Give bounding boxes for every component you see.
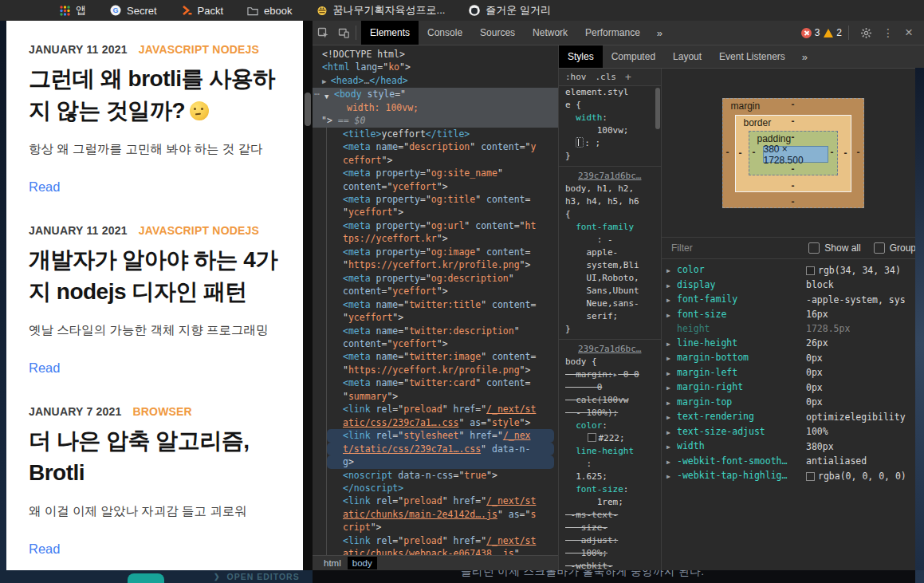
dom-tree-line[interactable]: atic/chunks/webpack-e067438….js" — [327, 547, 558, 555]
style-rule-line[interactable]: h3, h4, h5, h6 — [559, 195, 661, 208]
tab-sources[interactable]: Sources — [471, 21, 524, 45]
dom-tree-line[interactable]: <meta name="twitter:image" content= — [327, 350, 558, 363]
dom-tree-line[interactable]: <link rel="preload" href="/_next/st — [327, 494, 558, 507]
post-title[interactable]: 그런데 왜 brotli를 사용하지 않는 것일까? — [29, 63, 289, 127]
dom-tree-line[interactable]: <meta property="og:title" content= — [327, 193, 558, 206]
expand-arrow-icon[interactable]: ▶ — [666, 263, 677, 278]
dom-tree-line[interactable]: "yceffort"> — [327, 311, 558, 324]
computed-property-row[interactable]: ▶line-height26px — [662, 337, 924, 352]
dom-tree-line[interactable]: "> == $0 — [313, 114, 558, 127]
computed-property-row[interactable]: ▶margin-top0px — [662, 396, 924, 411]
dom-tree-line[interactable]: content="yceffort"> — [327, 337, 558, 350]
computed-filter-input[interactable] — [670, 242, 804, 254]
box-model-value-dash[interactable]: - — [792, 163, 795, 175]
dom-tree-line[interactable]: <meta name="twitter:card" content= — [327, 376, 558, 389]
style-rule-line[interactable]: -webkit- — [559, 560, 661, 570]
expand-arrow-icon[interactable]: ▶ — [666, 410, 677, 425]
box-model-value-dash[interactable]: - — [792, 99, 795, 110]
selected-dom-node[interactable]: ⋯▼<body style="width: 100vw;"> == $0 — [313, 88, 558, 127]
dom-tree-line[interactable]: <meta property="og:url" content="ht — [327, 219, 558, 232]
group-checkbox[interactable] — [874, 242, 885, 254]
dom-tree-line[interactable]: t/static/css/239c7a1….css" data-n- — [327, 443, 554, 455]
computed-property-row[interactable]: ▶margin-left0px — [662, 366, 924, 381]
style-rule-line[interactable]: 100vw; — [559, 124, 661, 137]
style-rule-line[interactable]: : - — [559, 234, 661, 246]
kebab-menu-icon[interactable]: ⋮ — [880, 26, 896, 39]
show-all-label[interactable]: Show all — [824, 242, 860, 254]
inspect-element-icon[interactable] — [313, 22, 333, 43]
style-rule-line[interactable]: apple- — [559, 246, 661, 259]
expand-arrow-icon[interactable]: ▶ — [666, 366, 677, 381]
style-rule-line[interactable]: UI,Roboto, — [559, 272, 661, 285]
dom-tree-line[interactable]: atic/css/239c7a1….css" as="style"> — [327, 416, 558, 429]
box-model-value-dash[interactable]: - — [792, 132, 795, 143]
expand-arrow-icon[interactable]: ▶ — [666, 455, 677, 470]
box-model-value-dash[interactable]: - — [739, 147, 742, 158]
bookmark-item[interactable]: ebook — [247, 5, 292, 17]
style-rule-line[interactable]: font-size: — [559, 483, 661, 496]
stylesheet-source-link[interactable]: 239c7a1d6bc… — [559, 170, 661, 183]
style-rule-line[interactable]: body, h1, h2, — [559, 183, 661, 195]
dom-tree-line[interactable]: <html lang="ko"> — [313, 61, 558, 73]
style-rule-line[interactable]: : ; — [559, 137, 661, 150]
style-rule-line[interactable]: Neue,sans- — [559, 297, 661, 310]
sidebar-tab-computed[interactable]: Computed — [603, 45, 664, 68]
style-rule-line[interactable]: -ms-text- — [559, 509, 661, 522]
show-all-checkbox[interactable] — [808, 242, 820, 254]
style-rule-line[interactable]: margin:▸ 0 0 — [559, 368, 661, 381]
expand-arrow-icon[interactable]: ▶ — [666, 278, 677, 293]
style-rule-line[interactable]: } — [559, 323, 661, 336]
style-rule-line[interactable]: : — [559, 458, 661, 471]
box-model-diagram[interactable]: margin border padding 380 × 1728.500 ---… — [722, 98, 864, 208]
computed-property-row[interactable]: ▶text-size-adjust100% — [662, 425, 924, 440]
box-model-padding[interactable]: padding 380 × 1728.500 ---- — [749, 131, 838, 175]
computed-property-row[interactable]: ▶margin-bottom0px — [662, 351, 924, 366]
breadcrumb-html[interactable]: html — [324, 558, 341, 568]
sidebar-tab-styles[interactable]: Styles — [559, 45, 603, 68]
computed-property-row[interactable]: ▶-webkit-tap-highlig…rgba(0, 0, 0, 0) — [662, 469, 924, 484]
tab-console[interactable]: Console — [419, 21, 471, 45]
bookmark-item[interactable]: 앱 — [59, 3, 86, 18]
new-property-editor[interactable] — [576, 137, 584, 148]
tab-network[interactable]: Network — [524, 21, 576, 45]
color-swatch[interactable] — [588, 433, 596, 442]
dom-tree-line[interactable]: ▶ <head>…</head> — [313, 74, 558, 88]
dom-tree-line[interactable]: "https://yceffort.kr/profile.png"> — [327, 258, 558, 271]
dom-tree-line[interactable]: atic/chunks/main-2e4142d….js" as="s — [327, 508, 558, 521]
dom-tree-line[interactable]: ⋯▼<body style=" — [313, 88, 558, 100]
rules-scrollbar-thumb[interactable] — [655, 88, 660, 129]
computed-property-row[interactable]: ▶font-family-apple-system, sys — [662, 293, 924, 308]
dom-tree-line[interactable]: <meta name="twitter:title" content= — [327, 298, 558, 311]
dom-tree-line[interactable]: <link rel="preload" href="/_next/st — [327, 534, 558, 547]
post-tags[interactable]: BROWSER — [132, 405, 192, 419]
computed-property-row[interactable]: ▶-webkit-font-smooth…antialiased — [662, 455, 924, 470]
tab-elements[interactable]: Elements — [361, 21, 419, 45]
style-rule-line[interactable]: 100%; — [559, 547, 661, 560]
expand-arrow-icon[interactable]: ▶ — [666, 396, 677, 411]
style-rule-line[interactable]: e { — [559, 99, 661, 112]
bookmark-item[interactable]: 즐거운 일거리 — [469, 3, 551, 18]
read-link[interactable]: Read — [29, 178, 289, 195]
style-rule-line[interactable]: calc(100vw — [559, 394, 661, 407]
computed-property-row[interactable]: ▶colorrgb(34, 34, 34) — [662, 263, 924, 278]
post-tags[interactable]: JAVASCRIPT NODEJS — [139, 43, 259, 57]
dom-tree-line[interactable]: <meta property="og:description" — [327, 272, 558, 285]
dom-tree-line[interactable]: </noscript> — [327, 482, 558, 494]
style-rule-line[interactable]: width: — [559, 112, 661, 124]
computed-property-row[interactable]: ▶width380px — [662, 439, 924, 455]
dom-tree-line[interactable]: <noscript data-n-css="true"> — [327, 469, 558, 482]
dom-tree-line[interactable]: tps://yceffort.kr"> — [327, 232, 558, 245]
dom-tree-line[interactable]: <meta name="description" content="y — [327, 140, 558, 153]
expand-arrow-icon[interactable]: ▶ — [666, 351, 677, 366]
style-rule-line[interactable]: body { — [559, 356, 661, 368]
dom-tree-line[interactable]: cript"> — [327, 521, 558, 534]
style-rule-line[interactable]: font-family — [559, 221, 661, 234]
expand-arrow-icon[interactable]: ▶ — [666, 337, 677, 352]
style-rule-line[interactable]: serif; — [559, 310, 661, 323]
device-toolbar-icon[interactable] — [333, 22, 354, 43]
style-rule-line[interactable]: Sans,Ubunt — [559, 285, 661, 297]
style-rule-line[interactable]: { — [559, 208, 661, 221]
toggle-classes-button[interactable]: .cls — [596, 71, 617, 84]
style-rule-line[interactable]: element.styl — [559, 86, 661, 99]
expand-arrow-icon[interactable]: ▶ — [666, 469, 677, 484]
